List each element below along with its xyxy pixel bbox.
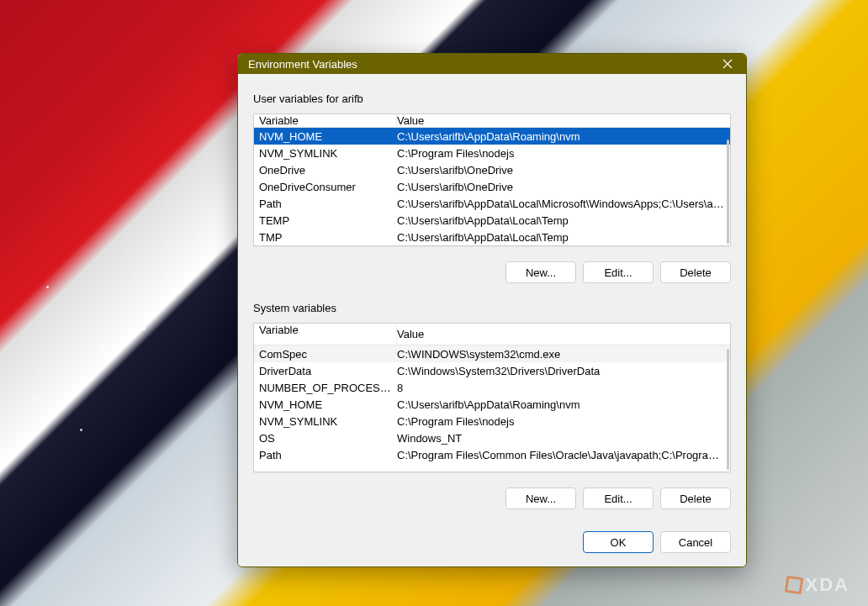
cell-variable: OS <box>259 432 397 445</box>
cell-value: C:\Users\arifb\AppData\Roaming\nvm <box>397 398 725 411</box>
watermark-text: XDA <box>806 574 849 596</box>
col-header-variable[interactable]: Variable <box>259 114 397 127</box>
system-vars-buttons: New... Edit... Delete <box>253 479 731 513</box>
table-row[interactable]: TMPC:\Users\arifb\AppData\Local\Temp <box>254 229 730 245</box>
dialog-body: User variables for arifb Variable Value … <box>238 74 746 566</box>
cell-variable: TEMP <box>259 214 397 227</box>
cell-variable: Path <box>259 449 397 461</box>
user-vars-rows: NVM_HOMEC:\Users\arifb\AppData\Roaming\n… <box>254 128 730 245</box>
table-row[interactable]: NVM_SYMLINKC:\Program Files\nodejs <box>254 145 730 161</box>
xda-logo-icon <box>784 576 803 595</box>
user-delete-button[interactable]: Delete <box>660 261 731 283</box>
table-row[interactable]: PathC:\Users\arifb\AppData\Local\Microso… <box>254 195 730 212</box>
cancel-button[interactable]: Cancel <box>660 531 731 553</box>
cell-value: C:\Users\arifb\AppData\Roaming\nvm <box>397 130 725 143</box>
table-row[interactable]: ComSpecC:\WINDOWS\system32\cmd.exe <box>254 345 730 362</box>
table-row[interactable]: OSWindows_NT <box>254 429 730 446</box>
desktop-wallpaper: Environment Variables User variables for… <box>0 0 868 606</box>
col-header-value[interactable]: Value <box>397 114 725 127</box>
col-header-variable[interactable]: Variable <box>259 324 397 345</box>
system-vars-listview[interactable]: Variable Value ComSpecC:\WINDOWS\system3… <box>253 323 731 472</box>
cell-value: C:\Program Files\nodejs <box>397 147 725 160</box>
cell-value: 8 <box>397 382 725 394</box>
speckle <box>101 345 103 347</box>
table-row[interactable]: NVM_HOMEC:\Users\arifb\AppData\Roaming\n… <box>254 396 730 413</box>
speckle <box>34 395 36 398</box>
titlebar[interactable]: Environment Variables <box>238 54 746 74</box>
cell-variable: NVM_SYMLINK <box>259 415 397 428</box>
col-header-value[interactable]: Value <box>397 328 725 340</box>
cell-variable: NVM_HOME <box>259 130 397 143</box>
table-row[interactable]: NVM_HOMEC:\Users\arifb\AppData\Roaming\n… <box>254 128 730 145</box>
cell-variable: OneDriveConsumer <box>259 181 397 193</box>
dialog-footer: OK Cancel <box>253 519 731 558</box>
cell-value: C:\Users\arifb\OneDrive <box>397 164 725 177</box>
cell-variable: NUMBER_OF_PROCESSORS <box>259 382 397 394</box>
table-row[interactable]: DriverDataC:\Windows\System32\Drivers\Dr… <box>254 362 730 379</box>
system-vars-rows: ComSpecC:\WINDOWS\system32\cmd.exeDriver… <box>254 345 730 463</box>
scrollbar[interactable] <box>727 140 729 244</box>
cell-variable: ComSpec <box>259 348 397 361</box>
cell-variable: OneDrive <box>259 164 397 177</box>
cell-value: C:\Windows\System32\Drivers\DriverData <box>397 365 725 377</box>
cell-value: C:\Program Files\Common Files\Oracle\Jav… <box>397 449 725 461</box>
cell-value: C:\Program Files\nodejs <box>397 415 725 428</box>
table-row[interactable]: OneDriveC:\Users\arifb\OneDrive <box>254 161 730 178</box>
user-vars-header[interactable]: Variable Value <box>254 114 730 128</box>
cell-value: C:\WINDOWS\system32\cmd.exe <box>397 348 725 361</box>
table-row[interactable]: TEMPC:\Users\arifb\AppData\Local\Temp <box>254 212 730 229</box>
user-vars-listview[interactable]: Variable Value NVM_HOMEC:\Users\arifb\Ap… <box>253 113 731 246</box>
system-delete-button[interactable]: Delete <box>660 487 731 509</box>
cell-value: C:\Users\arifb\OneDrive <box>397 181 725 193</box>
cell-variable: TMP <box>259 231 397 244</box>
env-variables-dialog: Environment Variables User variables for… <box>237 53 747 567</box>
user-edit-button[interactable]: Edit... <box>583 261 654 283</box>
table-row[interactable]: OneDriveConsumerC:\Users\arifb\OneDrive <box>254 178 730 195</box>
speckle <box>143 328 146 330</box>
speckle <box>80 429 82 431</box>
system-edit-button[interactable]: Edit... <box>583 487 654 509</box>
cell-variable: DriverData <box>259 365 397 377</box>
system-new-button[interactable]: New... <box>505 487 576 509</box>
cell-variable: Path <box>259 198 397 210</box>
xda-watermark: XDA <box>786 574 849 596</box>
user-vars-buttons: New... Edit... Delete <box>253 253 731 287</box>
cell-variable: NVM_SYMLINK <box>259 147 397 160</box>
cell-variable: NVM_HOME <box>259 398 397 411</box>
cell-value: Windows_NT <box>397 432 725 445</box>
cell-value: C:\Users\arifb\AppData\Local\Temp <box>397 214 725 227</box>
system-vars-label: System variables <box>253 302 731 314</box>
close-icon <box>722 59 733 69</box>
scrollbar[interactable] <box>727 349 729 470</box>
table-row[interactable]: NUMBER_OF_PROCESSORS8 <box>254 379 730 396</box>
system-vars-header[interactable]: Variable Value <box>254 324 730 345</box>
speckle <box>46 286 49 288</box>
user-vars-label: User variables for arifb <box>253 92 731 105</box>
table-row[interactable]: NVM_SYMLINKC:\Program Files\nodejs <box>254 413 730 429</box>
ok-button[interactable]: OK <box>583 531 654 553</box>
cell-value: C:\Users\arifb\AppData\Local\Microsoft\W… <box>397 198 725 210</box>
user-new-button[interactable]: New... <box>505 261 576 283</box>
close-button[interactable] <box>716 54 739 74</box>
table-row[interactable]: PathC:\Program Files\Common Files\Oracle… <box>254 446 730 463</box>
dialog-title: Environment Variables <box>248 58 357 71</box>
cell-value: C:\Users\arifb\AppData\Local\Temp <box>397 231 725 244</box>
